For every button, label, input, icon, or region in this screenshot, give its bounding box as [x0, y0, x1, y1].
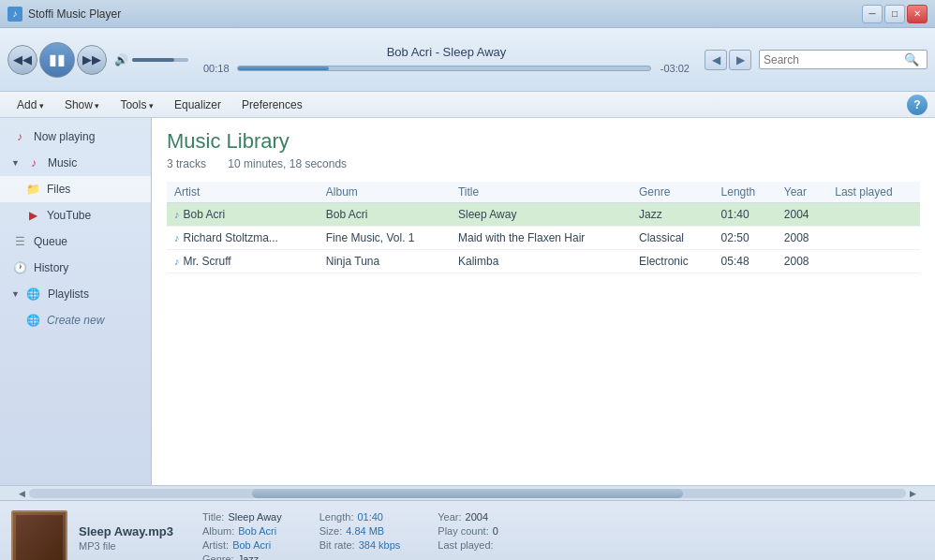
table-row[interactable]: ♪Mr. ScruffNinja TunaKalimbaElectronic05…	[167, 250, 920, 273]
transport-buttons: ◀◀ ▮▮ ▶▶	[7, 42, 107, 78]
status-bar: Sleep Away.mp3 MP3 file Title: Sleep Awa…	[0, 500, 935, 560]
library-subtitle: 3 tracks 10 minutes, 18 seconds	[167, 157, 920, 170]
genre-label: Genre:	[202, 553, 234, 560]
table-row[interactable]: ♪Bob AcriBob AcriSleep AwayJazz01:402004	[167, 203, 920, 227]
sidebar-label-music: Music	[48, 156, 77, 169]
music-folder-icon: ♪	[25, 155, 42, 171]
music-table: Artist Album Title Genre Length Year Las…	[167, 182, 920, 273]
menu-show[interactable]: Show	[55, 96, 110, 114]
sidebar-item-queue[interactable]: ☰ Queue	[0, 228, 151, 255]
hscroll-right-arrow[interactable]: ▶	[906, 489, 920, 498]
cell-album: Ninja Tuna	[319, 250, 451, 273]
maximize-button[interactable]: □	[884, 5, 905, 23]
search-icon: 🔍	[904, 52, 919, 66]
title-label: Title:	[202, 511, 224, 523]
status-filetype: MP3 file	[79, 540, 191, 552]
play-pause-button[interactable]: ▮▮	[39, 42, 75, 78]
length-value: 01:40	[357, 511, 383, 523]
hscroll-bar[interactable]	[29, 489, 906, 498]
sidebar-item-create-new[interactable]: 🌐 Create new	[0, 307, 151, 333]
search-input[interactable]	[764, 53, 904, 66]
hscroll-left-arrow[interactable]: ◀	[15, 489, 29, 498]
cell-last-played	[827, 203, 920, 227]
col-artist[interactable]: Artist	[167, 182, 319, 203]
status-length-line: Length: 01:40	[319, 511, 401, 523]
status-lastplayed-line: Last played:	[438, 539, 498, 551]
search-box[interactable]: 🔍	[759, 50, 928, 69]
sidebar-label-create-new: Create new	[47, 314, 104, 327]
next-button[interactable]: ▶▶	[77, 45, 107, 75]
col-length[interactable]: Length	[714, 182, 777, 203]
time-current: 00:18	[203, 63, 231, 74]
menu-tools[interactable]: Tools	[111, 96, 163, 114]
track-note-icon: ♪	[174, 232, 180, 243]
sidebar-item-history[interactable]: 🕐 History	[0, 255, 151, 281]
track-note-icon: ♪	[174, 209, 180, 220]
track-count: 3 tracks	[167, 157, 206, 170]
files-icon: 📁	[24, 181, 41, 198]
minimize-button[interactable]: ─	[862, 5, 883, 23]
col-last-played[interactable]: Last played	[827, 182, 920, 203]
menu-add[interactable]: Add	[7, 96, 53, 114]
status-artist-line: Artist: Bob Acri	[202, 539, 282, 551]
create-new-icon: 🌐	[24, 312, 41, 329]
sidebar-item-files[interactable]: 📁 Files	[0, 176, 151, 202]
artist-value: Bob Acri	[232, 539, 271, 551]
cell-genre: Jazz	[631, 203, 714, 227]
progress-bar[interactable]	[237, 66, 651, 71]
library-duration: 10 minutes, 18 seconds	[228, 157, 347, 170]
menu-equalizer[interactable]: Equalizer	[165, 96, 230, 114]
col-title[interactable]: Title	[451, 182, 631, 203]
forward-button[interactable]: ▶	[729, 50, 751, 70]
sidebar-label-queue: Queue	[34, 235, 67, 248]
nav-buttons: ◀ ▶	[705, 50, 751, 70]
table-row[interactable]: ♪Richard Stoltzma...Fine Music, Vol. 1Ma…	[167, 227, 920, 250]
time-remaining: -03:02	[657, 63, 690, 74]
sidebar-item-playlists[interactable]: ▼ 🌐 Playlists	[0, 281, 151, 307]
cell-artist: ♪Mr. Scruff	[167, 250, 319, 273]
volume-icon: 🔊	[114, 53, 128, 66]
album-art-inner	[16, 515, 63, 561]
sidebar-label-playlists: Playlists	[48, 287, 89, 301]
cell-title: Maid with the Flaxen Hair	[451, 227, 631, 250]
size-label: Size:	[319, 525, 342, 537]
queue-icon: ☰	[11, 233, 28, 250]
cell-genre: Electronic	[631, 250, 714, 273]
hscroll-thumb[interactable]	[252, 489, 683, 498]
content-area: Music Library 3 tracks 10 minutes, 18 se…	[152, 118, 935, 485]
main-area: ♪ Now playing ▼ ♪ Music 📁 Files ▶ YouTub…	[0, 118, 935, 485]
title-value: Sleep Away	[228, 511, 281, 523]
status-col-2: Length: 01:40 Size: 4.84 MB Bit rate: 38…	[319, 511, 401, 560]
col-year[interactable]: Year	[777, 182, 827, 203]
status-year-line: Year: 2004	[438, 511, 498, 523]
cell-artist: ♪Bob Acri	[167, 203, 319, 227]
sidebar-item-now-playing[interactable]: ♪ Now playing	[0, 124, 151, 150]
menu-preferences[interactable]: Preferences	[232, 96, 312, 114]
sidebar-label-youtube: YouTube	[47, 209, 91, 222]
sidebar-item-music[interactable]: ▼ ♪ Music	[0, 150, 151, 176]
lastplayed-label: Last played:	[438, 539, 493, 551]
track-note-icon: ♪	[174, 256, 180, 267]
sidebar-item-youtube[interactable]: ▶ YouTube	[0, 202, 151, 228]
playcount-value: 0	[493, 525, 498, 537]
prev-button[interactable]: ◀◀	[7, 45, 37, 75]
volume-slider[interactable]	[132, 58, 188, 62]
title-bar-buttons: ─ □ ✕	[862, 5, 928, 23]
transport-bar: ◀◀ ▮▮ ▶▶ 🔊 Bob Acri - Sleep Away 00:18 -…	[0, 28, 935, 92]
cell-album: Bob Acri	[319, 203, 451, 227]
col-genre[interactable]: Genre	[631, 182, 714, 203]
music-note-icon: ♪	[11, 128, 28, 145]
youtube-icon: ▶	[24, 207, 41, 224]
status-col-1: Title: Sleep Away Album: Bob Acri Artist…	[202, 511, 282, 560]
length-label: Length:	[319, 511, 354, 523]
volume-control[interactable]: 🔊	[114, 53, 188, 66]
close-button[interactable]: ✕	[907, 5, 928, 23]
back-button[interactable]: ◀	[705, 50, 727, 70]
help-button[interactable]: ?	[907, 95, 928, 115]
cell-artist: ♪Richard Stoltzma...	[167, 227, 319, 250]
album-label: Album:	[202, 525, 234, 537]
col-album[interactable]: Album	[319, 182, 451, 203]
bitrate-label: Bit rate:	[319, 539, 355, 551]
cell-year: 2004	[777, 203, 827, 227]
tree-arrow-playlists: ▼	[11, 289, 20, 299]
